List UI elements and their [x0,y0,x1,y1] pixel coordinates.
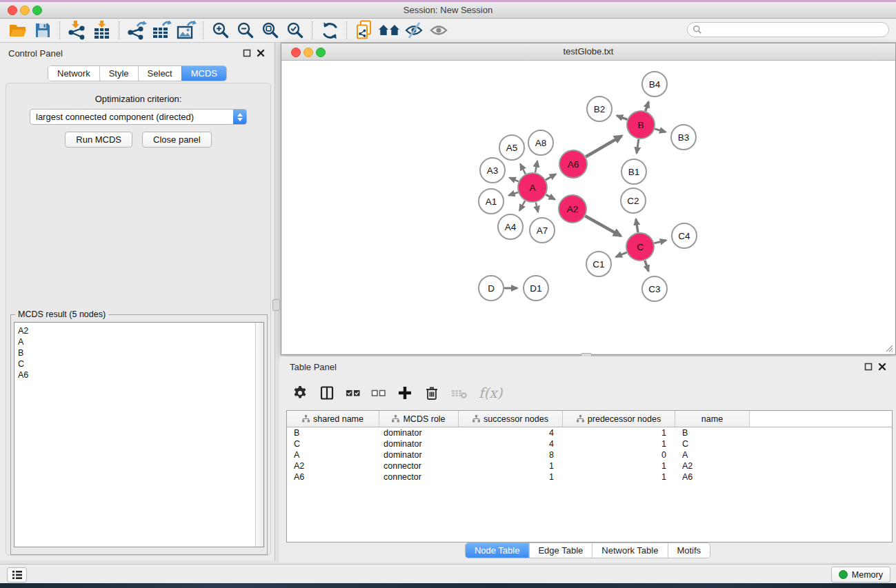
zoom-selected-button[interactable] [283,19,308,41]
table-settings-button[interactable] [292,383,308,403]
table-cell[interactable]: dominator [379,449,459,460]
graph-node-D[interactable]: D [479,276,504,301]
network-window-title-bar[interactable]: testGlobe.txt [281,43,895,61]
network-canvas[interactable]: AA2A6BCA1A3A4A5A7A8B1B2B3B4C1C2C3C4DD1 [282,61,895,354]
mcds-result-item[interactable]: C [14,358,263,369]
tab-network[interactable]: Network [48,66,99,81]
graph-node-D1[interactable]: D1 [524,276,548,301]
graph-edge-A-A8[interactable] [535,161,537,173]
graph-edge-C-C2[interactable] [636,219,638,233]
create-column-button[interactable] [397,383,413,403]
tab-node-table[interactable]: Node Table [466,543,529,558]
close-panel-button[interactable]: Close panel [142,132,212,148]
mcds-list-scrollbar[interactable] [255,323,263,547]
tab-select[interactable]: Select [138,66,181,81]
graph-edge-A-A4[interactable] [519,201,525,210]
search-field[interactable] [687,22,889,37]
mcds-result-item[interactable]: B [14,347,263,358]
zoom-out-button[interactable] [233,19,258,41]
function-builder-button[interactable]: f(x) [479,383,502,403]
graph-edge-B-B3[interactable] [655,129,666,132]
hide-selected-button[interactable] [401,19,426,41]
mcds-result-list[interactable]: A2ABCA6 [14,322,264,547]
graph-node-B[interactable]: B [627,111,655,139]
table-row[interactable]: A2connector11A2 [287,460,892,472]
optimization-criterion-select[interactable]: largest connected component (directed) [30,109,247,125]
graph-node-C4[interactable]: C4 [672,223,697,248]
table-cell[interactable]: 1 [459,460,563,472]
table-cell[interactable]: B [287,427,379,438]
table-cell[interactable]: 0 [563,449,675,460]
export-network-button[interactable] [124,19,149,41]
table-cell[interactable]: A6 [287,472,379,483]
graph-edge-A-A5[interactable] [520,164,525,174]
zoom-fit-button[interactable] [258,19,283,41]
select-all-columns-button[interactable] [346,383,361,403]
show-column-button[interactable] [319,383,335,403]
graph-node-C[interactable]: C [626,233,654,261]
table-row[interactable]: Cdominator41C [287,438,892,449]
table-row[interactable]: Adominator80A [287,449,892,460]
import-table-button[interactable] [90,19,115,41]
home-button[interactable] [377,19,401,41]
table-cell[interactable]: A [287,449,379,460]
tab-style[interactable]: Style [99,66,138,81]
show-all-button[interactable] [426,19,451,41]
graph-node-A1[interactable]: A1 [479,189,504,214]
float-panel-icon[interactable] [243,49,251,57]
import-network-button[interactable] [65,19,90,41]
open-session-button[interactable] [6,19,30,41]
new-network-from-selection-button[interactable] [352,19,377,41]
export-image-button[interactable] [174,19,199,41]
close-panel-icon[interactable] [878,363,886,371]
export-table-button[interactable] [149,19,174,41]
table-row[interactable]: Bdominator41B [287,427,892,438]
float-panel-icon[interactable] [864,363,873,371]
task-history-button[interactable] [7,567,27,582]
column-header-predecessor-nodes[interactable]: predecessor nodes [563,411,675,427]
graph-edge-B-B2[interactable] [617,116,627,120]
table-cell[interactable]: C [675,438,750,449]
delete-columns-button[interactable] [424,383,440,403]
mcds-result-item[interactable]: A6 [14,369,263,381]
graph-node-C2[interactable]: C2 [621,188,646,213]
window-resize-grip[interactable] [884,343,893,352]
graph-edge-C-C4[interactable] [654,241,666,243]
refresh-layout-button[interactable] [317,19,342,41]
memory-button[interactable]: Memory [831,567,890,582]
graph-node-C1[interactable]: C1 [586,252,611,276]
delete-table-button[interactable] [450,383,468,403]
table-cell[interactable]: A6 [675,472,750,483]
graph-edge-A-A3[interactable] [510,178,519,182]
graph-node-A5[interactable]: A5 [499,135,524,160]
table-cell[interactable]: C [287,438,379,449]
network-graph[interactable]: AA2A6BCA1A3A4A5A7A8B1B2B3B4C1C2C3C4DD1 [282,61,896,355]
graph-node-B3[interactable]: B3 [671,125,696,150]
graph-edge-B-B4[interactable] [646,102,649,112]
graph-edge-C-C1[interactable] [616,252,627,257]
graph-node-C3[interactable]: C3 [642,276,667,301]
graph-edge-A-A1[interactable] [509,192,519,196]
table-cell[interactable]: 1 [563,460,675,472]
save-session-button[interactable] [30,19,55,41]
table-cell[interactable]: A2 [287,460,379,472]
graph-edge-A6-B[interactable] [586,136,621,156]
table-cell[interactable]: 1 [563,427,675,438]
graph-edge-C-C3[interactable] [645,261,648,272]
table-cell[interactable]: 1 [459,472,563,483]
tab-edge-table[interactable]: Edge Table [528,543,592,558]
graph-node-A7[interactable]: A7 [530,218,555,243]
table-cell[interactable]: 8 [459,449,563,460]
column-header-MCDS-role[interactable]: MCDS role [379,411,459,427]
graph-edge-A2-C[interactable] [585,216,621,236]
close-panel-icon[interactable] [257,49,265,57]
tab-mcds[interactable]: MCDS [181,66,226,81]
run-mcds-button[interactable]: Run MCDS [65,132,132,148]
splitter-handle-vertical[interactable] [272,299,280,311]
graph-node-A2[interactable]: A2 [559,195,586,223]
search-input[interactable] [702,23,888,37]
graph-node-B4[interactable]: B4 [642,72,667,97]
table-cell[interactable]: connector [379,460,459,472]
table-cell[interactable]: connector [379,472,459,483]
tab-motifs[interactable]: Motifs [667,543,710,558]
